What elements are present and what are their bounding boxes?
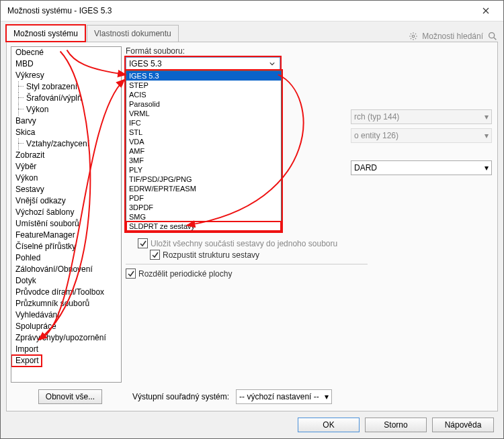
format-option[interactable]: VDA (126, 137, 281, 146)
sidebar-item-z-lohov-n-obnoven-[interactable]: Zálohování/Obnovení (11, 264, 121, 275)
chevron-down-icon: ▾ (485, 112, 489, 121)
split-checkbox-row: Rozdělit periodické plochy (126, 269, 368, 279)
search-icon[interactable] (487, 31, 498, 42)
sidebar-item-spolupr-ce[interactable]: Spolupráce (11, 321, 121, 332)
surface-options-group: rch (typ 144)▾ o entity 126)▾ DARD▾ (290, 109, 492, 175)
sidebar-item-import[interactable]: Import (11, 344, 121, 355)
sidebar-item-v-kon[interactable]: Výkon (11, 173, 121, 184)
cancel-button[interactable]: Storno (365, 418, 427, 432)
sidebar-item-zobrazit[interactable]: Zobrazit (11, 150, 121, 161)
format-option[interactable]: ACIS (126, 90, 281, 99)
sidebar-item-export[interactable]: Export (11, 355, 42, 367)
format-option[interactable]: STL (126, 128, 281, 137)
format-option[interactable]: EDRW/EPRT/EASM (126, 184, 281, 193)
sidebar-item-um-st-n-soubor-[interactable]: Umístění souborů (11, 218, 121, 230)
dialog-footer: OK Storno Nápověda (1, 411, 503, 438)
file-format-dropdown[interactable]: IGES 5.3STEPACISParasolidVRMLIFCSTLVDAAM… (126, 70, 282, 232)
chevron-down-icon: ▾ (485, 163, 489, 173)
format-option[interactable]: AMF (126, 146, 281, 156)
tab-strip: Možnosti systému Vlastnosti dokumentu (6, 25, 179, 42)
svg-point-0 (413, 35, 415, 38)
svg-point-1 (489, 33, 495, 38)
sidebar-item-vn-j-odkazy[interactable]: Vnější odkazy (11, 195, 121, 207)
sidebar-item-pr-vodce-d-rami-toolbox[interactable]: Průvodce dírami/Toolbox (11, 287, 121, 298)
search-area: Možnosti hledání (409, 31, 498, 42)
format-option[interactable]: 3MF (126, 156, 281, 165)
format-option[interactable]: VRML (126, 109, 281, 118)
sidebar-item-sestavy[interactable]: Sestavy (11, 184, 121, 195)
tab-system-options[interactable]: Možnosti systému (6, 25, 85, 42)
sidebar-item-dotyk[interactable]: Dotyk (11, 275, 121, 287)
category-sidebar[interactable]: ObecnéMBDVýkresyStyl zobrazeníŠrafování/… (11, 46, 122, 383)
sidebar-item-v-kresy[interactable]: Výkresy (11, 70, 121, 81)
sidebar-item--seln-p-r-stky[interactable]: Číselné přírůstky (11, 241, 121, 252)
split-label: Rozdělit periodické plochy (138, 269, 232, 279)
dissolve-checkbox[interactable] (150, 250, 160, 260)
format-option[interactable]: PLY (126, 165, 281, 175)
sidebar-item-pohled[interactable]: Pohled (11, 252, 121, 264)
sidebar-item-vyhled-v-n-[interactable]: Vyhledávání (11, 309, 121, 321)
dissolve-label: Rozpustit strukturu sestavy (163, 250, 259, 260)
dissolve-checkbox-row: Rozpustit strukturu sestavy (150, 250, 368, 260)
coord-system-combo[interactable]: -- výchozí nastavení -- ▾ (236, 389, 332, 404)
close-button[interactable] (472, 1, 499, 21)
sidebar-item-barvy[interactable]: Barvy (11, 115, 121, 127)
format-option[interactable]: PDF (126, 193, 281, 203)
separator (126, 264, 368, 264)
sidebar-item-vztahy-zachycen-[interactable]: Vztahy/zachycení (11, 138, 121, 150)
surface-type-combo[interactable]: rch (typ 144)▾ (351, 109, 492, 124)
format-option[interactable]: IGES 5.3 (126, 71, 281, 81)
sidebar-item-v-b-r[interactable]: Výběr (11, 161, 121, 173)
panel-footer: Obnovit vše... Výstupní souřadný systém:… (7, 387, 497, 411)
help-button[interactable]: Nápověda (432, 418, 494, 432)
sidebar-item-featuremanager[interactable]: FeatureManager (11, 230, 121, 241)
titlebar: Možnosti systému - IGES 5.3 (1, 1, 503, 21)
toolbar: Možnosti systému Vlastnosti dokumentu Mo… (1, 21, 503, 42)
save-all-checkbox[interactable] (138, 238, 148, 248)
chevron-down-icon (267, 61, 277, 66)
close-icon (482, 7, 489, 14)
main-pane: Formát souboru: IGES 5.3 IGES 5.3STEPACI… (126, 42, 497, 387)
sidebar-item-v-kon[interactable]: Výkon (11, 104, 121, 115)
chevron-down-icon: ▾ (325, 392, 329, 401)
sidebar-item-obecn-[interactable]: Obecné (11, 47, 121, 58)
format-option[interactable]: SMG (126, 212, 281, 222)
format-option[interactable]: SLDPRT ze sestavy (126, 222, 281, 231)
restore-defaults-button[interactable]: Obnovit vše... (38, 389, 102, 404)
save-all-checkbox-row: Uložit všechny součásti sestavy do jedno… (138, 238, 368, 248)
sidebar-item-v-choz-ablony[interactable]: Výchozí šablony (11, 207, 121, 218)
file-format-combo[interactable]: IGES 5.3 (126, 57, 280, 70)
window-title: Možnosti systému - IGES 5.3 (7, 6, 472, 15)
ok-button[interactable]: OK (298, 418, 360, 432)
split-checkbox[interactable] (126, 269, 136, 279)
sidebar-item-styl-zobrazen-[interactable]: Styl zobrazení (11, 81, 121, 93)
format-option[interactable]: TIF/PSD/JPG/PNG (126, 175, 281, 184)
dialog-window: Možnosti systému - IGES 5.3 Možnosti sys… (0, 0, 504, 439)
save-all-label: Uložit všechny součásti sestavy do jedno… (151, 239, 337, 248)
sidebar-item-zpr-vy-chyby-upozorn-n-[interactable]: Zprávy/chyby/upozornění (11, 332, 121, 344)
options-panel: ObecnéMBDVýkresyStyl zobrazeníŠrafování/… (6, 42, 498, 411)
file-format-label: Formát souboru: (126, 46, 185, 56)
format-option[interactable]: STEP (126, 81, 281, 90)
gear-icon (409, 32, 418, 41)
file-format-value: IGES 5.3 (129, 59, 162, 68)
tab-document-properties[interactable]: Vlastnosti dokumentu (87, 25, 179, 42)
format-option[interactable]: 3DPDF (126, 203, 281, 212)
coord-system-label: Výstupní souřadný systém: (132, 392, 229, 401)
search-placeholder: Možnosti hledání (422, 32, 483, 41)
format-option[interactable]: Parasolid (126, 99, 281, 109)
chevron-down-icon: ▾ (485, 131, 489, 140)
sidebar-item-skica[interactable]: Skica (11, 127, 121, 138)
standard-combo[interactable]: DARD▾ (351, 160, 492, 175)
sidebar-item--rafov-n-v-pl-[interactable]: Šrafování/výplň (11, 93, 121, 104)
sidebar-item-mbd[interactable]: MBD (11, 58, 121, 70)
format-option[interactable]: IFC (126, 118, 281, 128)
curve-entity-combo: o entity 126)▾ (351, 128, 492, 143)
assembly-options: Uložit všechny součásti sestavy do jedno… (126, 237, 368, 280)
sidebar-item-pr-zkumn-k-soubor-[interactable]: Průzkumník souborů (11, 298, 121, 309)
